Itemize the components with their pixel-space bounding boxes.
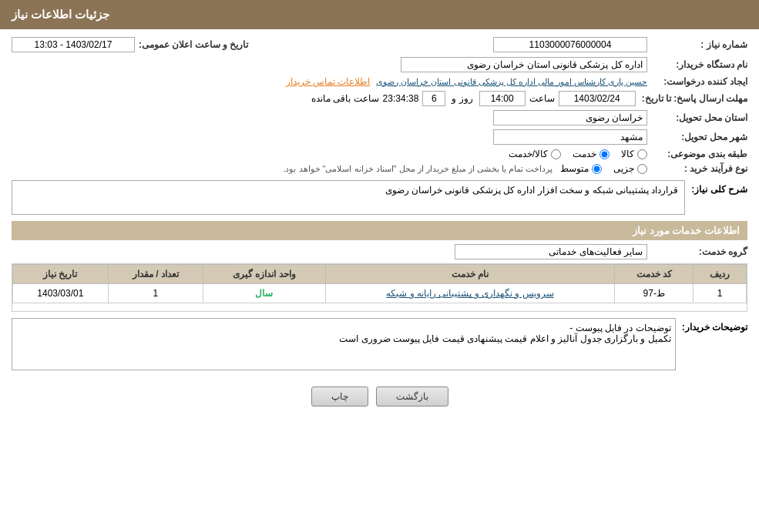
- province-value: خراسان رضوی: [493, 110, 647, 125]
- table-row: 1 ط-97 سرویس و نگهداری و پشتیبانی رایانه…: [13, 284, 747, 303]
- buyer-notes-label: توضیحات خریدار:: [676, 318, 747, 333]
- category-radio-group: کالا خدمت کالا/خدمت: [509, 149, 647, 159]
- cell-quantity: 1: [108, 284, 203, 303]
- deadline-time: 14:00: [479, 91, 526, 106]
- contact-link[interactable]: اطلاعات تماس خریدار: [286, 76, 371, 87]
- purchase-note: پرداخت تمام یا بخشی از مبلغ خریدار از مح…: [283, 164, 552, 174]
- date-time-value: 1403/02/17 - 13:03: [12, 37, 135, 52]
- deadline-time-label: ساعت: [529, 93, 555, 104]
- cell-service-name: سرویس و نگهداری و پشتیبانی رایانه و شبکه: [325, 284, 615, 303]
- province-label: استان محل تحویل:: [647, 112, 747, 123]
- service-group-label: گروه خدمت:: [647, 246, 747, 257]
- radio-mottawaset-label: متوسط: [560, 163, 589, 174]
- cell-row-num: 1: [694, 284, 747, 303]
- service-group-value: سایر فعالیت‌های خدماتی: [455, 244, 647, 259]
- radio-kala-khedmat[interactable]: کالا/خدمت: [509, 149, 561, 159]
- need-number-label: شماره نیاز :: [647, 39, 747, 50]
- remaining-days-label: روز و: [452, 93, 472, 104]
- cell-date: 1403/03/01: [13, 284, 109, 303]
- remaining-suffix: ساعت باقی مانده: [311, 93, 379, 104]
- services-table-wrapper: ردیف کد خدمت نام خدمت واحد اندازه گیری ت…: [12, 263, 747, 312]
- creator-value: حسین پاری کارشناس امور مالی اداره کل پزش…: [376, 77, 647, 87]
- need-desc-label: شرح کلی نیاز:: [685, 180, 747, 215]
- remaining-time-display: 23:34:38: [383, 93, 419, 104]
- col-row-num: ردیف: [694, 265, 747, 284]
- radio-kala-khedmat-label: کالا/خدمت: [509, 149, 548, 159]
- date-time-label: تاریخ و ساعت اعلان عمومی:: [135, 39, 248, 50]
- buyer-org-value: اداره کل پزشکی قانونی استان خراسان رضوی: [401, 57, 647, 72]
- deadline-label: مهلت ارسال پاسخ: تا تاریخ:: [636, 93, 747, 104]
- col-service-code: کد خدمت: [615, 265, 694, 284]
- deadline-date: 1403/02/24: [559, 91, 636, 106]
- radio-kala-label: کالا: [621, 149, 634, 159]
- radio-kala[interactable]: کالا: [621, 149, 647, 159]
- services-section-title: اطلاعات خدمات مورد نیاز: [12, 221, 747, 240]
- cell-unit: سال: [203, 284, 325, 303]
- city-value: مشهد: [493, 129, 647, 145]
- buyer-org-label: نام دستگاه خریدار:: [647, 59, 747, 70]
- purchase-type-radio-group: جزیی متوسط: [560, 163, 647, 174]
- creator-label: ایجاد کننده درخواست:: [647, 76, 747, 87]
- purchase-type-label: نوع فرآیند خرید :: [647, 163, 747, 174]
- back-button[interactable]: بازگشت: [376, 386, 448, 407]
- remaining-days: 6: [422, 91, 445, 106]
- radio-khedmat[interactable]: خدمت: [573, 149, 610, 159]
- category-label: طبقه بندی موضوعی:: [647, 149, 747, 159]
- print-button[interactable]: چاپ: [311, 386, 368, 407]
- button-row: بازگشت چاپ: [12, 379, 747, 410]
- page-header: جزئیات اطلاعات نیاز: [0, 0, 759, 29]
- page-title: جزئیات اطلاعات نیاز: [12, 8, 109, 21]
- radio-khedmat-label: خدمت: [573, 149, 596, 159]
- services-table: ردیف کد خدمت نام خدمت واحد اندازه گیری ت…: [12, 264, 747, 303]
- radio-jozii-label: جزیی: [613, 163, 634, 174]
- col-quantity: تعداد / مقدار: [108, 265, 203, 284]
- radio-jozii[interactable]: جزیی: [613, 163, 647, 174]
- col-service-name: نام خدمت: [325, 265, 615, 284]
- need-number-value: 1103000076000004: [493, 37, 647, 52]
- buyer-notes-textarea[interactable]: [12, 318, 676, 370]
- need-desc-box: قرارداد پشتیبانی شبکه و سخت افزار اداره …: [12, 180, 685, 215]
- city-label: شهر محل تحویل:: [647, 132, 747, 142]
- radio-mottawaset[interactable]: متوسط: [560, 163, 602, 174]
- col-unit: واحد اندازه گیری: [203, 265, 325, 284]
- need-desc-value: قرارداد پشتیبانی شبکه و سخت افزار اداره …: [385, 185, 679, 196]
- col-date: تاریخ نیاز: [13, 265, 109, 284]
- cell-service-code: ط-97: [615, 284, 694, 303]
